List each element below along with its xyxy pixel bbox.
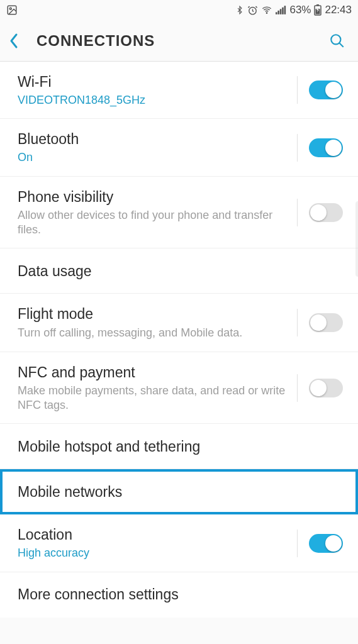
signal-icon	[276, 5, 286, 15]
bluetooth-toggle[interactable]	[309, 138, 343, 157]
scroll-indicator	[355, 201, 358, 277]
row-wifi[interactable]: Wi-Fi VIDEOTRON1848_5GHz	[0, 62, 358, 119]
row-title: Phone visibility	[18, 188, 288, 206]
status-left	[6, 4, 18, 16]
alarm-icon	[247, 5, 258, 16]
clock-time: 22:43	[325, 4, 352, 16]
row-title: Data usage	[18, 262, 338, 280]
row-data-usage[interactable]: Data usage	[0, 248, 358, 294]
svg-rect-4	[276, 12, 277, 14]
bluetooth-icon	[235, 4, 244, 16]
row-hotspot[interactable]: Mobile hotspot and tethering	[0, 424, 358, 469]
row-title: Mobile networks	[18, 483, 338, 501]
row-more-connection[interactable]: More connection settings	[0, 572, 358, 618]
divider	[297, 199, 298, 226]
row-description: Turn off calling, messaging, and Mobile …	[18, 326, 288, 340]
svg-point-3	[267, 13, 267, 13]
divider	[297, 374, 298, 402]
wifi-icon	[261, 5, 272, 15]
row-title: Wi-Fi	[18, 73, 288, 91]
divider	[297, 134, 298, 162]
row-title: Location	[18, 526, 288, 544]
row-subtitle: VIDEOTRON1848_5GHz	[18, 94, 288, 108]
location-toggle[interactable]	[309, 534, 343, 553]
row-description: Make mobile payments, share data, and re…	[18, 384, 288, 412]
divider	[297, 530, 298, 557]
row-mobile-networks[interactable]: Mobile networks	[0, 469, 358, 514]
status-bar: 63% 22:43	[0, 0, 358, 20]
svg-rect-5	[278, 11, 280, 14]
back-button[interactable]	[9, 33, 26, 49]
row-nfc[interactable]: NFC and payment Make mobile payments, sh…	[0, 352, 358, 425]
row-phone-visibility[interactable]: Phone visibility Allow other devices to …	[0, 177, 358, 249]
row-title: Bluetooth	[18, 130, 288, 148]
flight-mode-toggle[interactable]	[309, 313, 343, 332]
settings-list: Wi-Fi VIDEOTRON1848_5GHz Bluetooth On Ph…	[0, 62, 358, 618]
svg-point-12	[331, 35, 340, 44]
battery-percent: 63%	[289, 4, 311, 16]
row-title: Flight mode	[18, 305, 288, 323]
status-right: 63% 22:43	[235, 4, 352, 16]
row-description: Allow other devices to find your phone a…	[18, 208, 288, 236]
row-subtitle: High accuracy	[18, 547, 288, 560]
svg-point-1	[9, 8, 11, 9]
row-title: Mobile hotspot and tethering	[18, 438, 338, 456]
nfc-toggle[interactable]	[309, 379, 343, 397]
row-title: NFC and payment	[18, 364, 288, 382]
row-location[interactable]: Location High accuracy	[0, 514, 358, 572]
svg-rect-6	[280, 9, 282, 14]
divider	[297, 309, 298, 336]
phone-visibility-toggle[interactable]	[309, 203, 343, 222]
row-bluetooth[interactable]: Bluetooth On	[0, 119, 358, 176]
row-flight-mode[interactable]: Flight mode Turn off calling, messaging,…	[0, 294, 358, 352]
svg-rect-7	[282, 8, 284, 14]
app-bar: CONNECTIONS	[0, 20, 358, 62]
row-title: More connection settings	[18, 586, 338, 604]
svg-rect-8	[284, 6, 286, 14]
wifi-toggle[interactable]	[309, 80, 343, 99]
battery-icon	[314, 4, 322, 16]
search-button[interactable]	[329, 33, 345, 49]
image-icon	[6, 4, 18, 16]
page-title: CONNECTIONS	[36, 32, 329, 50]
divider	[297, 76, 298, 104]
row-subtitle: On	[18, 151, 288, 165]
svg-rect-10	[316, 4, 319, 6]
